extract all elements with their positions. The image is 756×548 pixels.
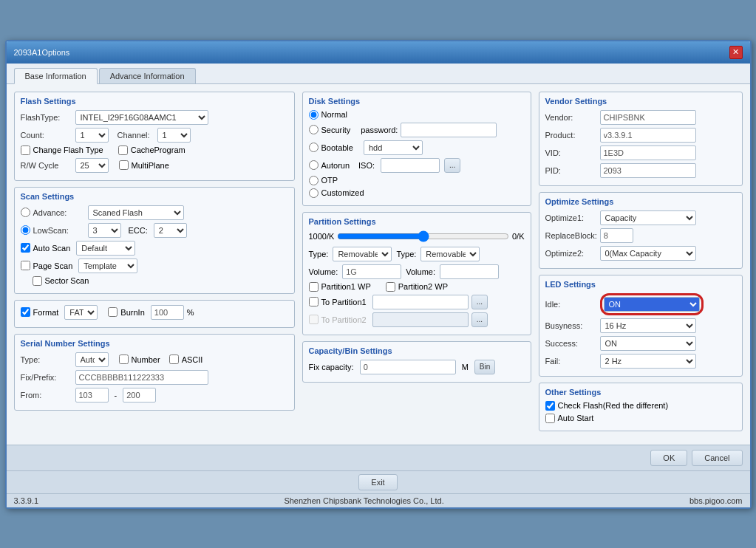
partition2-browse-button[interactable]: ... (471, 312, 488, 327)
type1-select[interactable]: Removable (333, 247, 392, 261)
volume1-input[interactable] (342, 264, 401, 279)
autorun-row: Autorun ISO: ... (309, 158, 525, 173)
ok-button[interactable]: OK (650, 450, 687, 466)
sector-scan-checkbox[interactable] (33, 276, 42, 286)
auto-start-row: Auto Start (545, 414, 736, 423)
type2-select[interactable]: Removable (420, 247, 480, 261)
iso-browse-button[interactable]: ... (444, 158, 460, 173)
partition2-wp-checkbox[interactable] (386, 282, 395, 292)
vendor-settings-title: Vendor Settings (545, 97, 736, 106)
volume2-label: Volume: (406, 267, 435, 276)
change-flash-row: Change Flash Type CacheProgram (21, 145, 288, 155)
iso-label: ISO: (358, 161, 375, 170)
pid-input[interactable] (600, 163, 696, 178)
partition-slider[interactable] (337, 230, 509, 242)
multiplane-checkbox[interactable] (119, 160, 129, 170)
hdd-select[interactable]: hdd (364, 140, 423, 155)
auto-scan-checkbox[interactable] (21, 243, 30, 253)
format-select[interactable]: FAT32 (64, 305, 98, 320)
type-label: Type: (21, 355, 72, 364)
pid-row: PID: (545, 163, 736, 178)
type-select[interactable]: Auto (75, 352, 109, 367)
flash-type-row: FlashType: INTEL_I29F16G08AAMC1 (21, 110, 288, 125)
success-row: Success: ON (545, 336, 736, 351)
optimize2-select[interactable]: 0(Max Capacity (600, 246, 696, 261)
change-flash-checkbox[interactable] (21, 145, 30, 155)
format-label: Format (33, 308, 59, 317)
cache-program-checkbox[interactable] (118, 145, 128, 155)
auto-start-label: Auto Start (558, 414, 594, 422)
cancel-button[interactable]: Cancel (692, 450, 742, 466)
product-input[interactable] (600, 128, 696, 143)
customized-radio[interactable] (309, 188, 319, 198)
security-label: Security (321, 126, 351, 134)
replace-block-input[interactable] (600, 228, 633, 243)
success-label: Success: (545, 339, 597, 348)
main-window: 2093A1Options ✕ Base Information Advance… (5, 40, 752, 509)
lowscan-select[interactable]: 3 (88, 223, 121, 238)
tab-advance-information[interactable]: Advance Information (99, 68, 196, 83)
fix-capacity-input[interactable] (360, 360, 456, 374)
advance-select[interactable]: Scaned Flash (88, 205, 184, 220)
auto-scan-select[interactable]: Default (76, 241, 135, 256)
optimize1-label: Optimize1: (545, 213, 597, 222)
format-checkbox[interactable] (21, 307, 30, 317)
otp-radio[interactable] (309, 176, 319, 185)
fix-prefix-input[interactable] (75, 370, 208, 385)
idle-select[interactable]: ON OFF (604, 297, 700, 312)
advance-radio[interactable] (21, 208, 30, 217)
vid-input[interactable] (600, 145, 696, 160)
lowscan-radio[interactable] (21, 225, 30, 235)
partition1-wp-checkbox[interactable] (309, 282, 319, 292)
from-input[interactable] (75, 388, 109, 403)
partition2-path-input[interactable] (372, 312, 469, 327)
disk-settings-title: Disk Settings (309, 97, 525, 106)
normal-radio[interactable] (309, 110, 319, 120)
security-radio[interactable] (309, 125, 319, 134)
scan-settings-section: Scan Settings Advance: Scaned Flash LowS… (14, 187, 295, 294)
page-scan-select[interactable]: Template (78, 258, 137, 273)
count-select[interactable]: 1 (75, 128, 109, 143)
burnin-input[interactable] (151, 305, 184, 320)
success-select[interactable]: ON (600, 336, 696, 351)
number-checkbox[interactable] (119, 355, 129, 364)
optimize1-select[interactable]: Capacity (600, 210, 696, 225)
optimize1-row: Optimize1: Capacity (545, 210, 736, 225)
bin-button[interactable]: Bin (474, 360, 495, 374)
normal-label: Normal (321, 110, 347, 119)
busyness-label: Busyness: (545, 321, 597, 330)
ecc-select[interactable]: 2 (154, 223, 187, 238)
vid-label: VID: (545, 148, 597, 157)
product-row: Product: (545, 128, 736, 143)
auto-start-checkbox[interactable] (545, 414, 555, 423)
fail-select[interactable]: 2 Hz (600, 354, 696, 369)
flash-type-label: FlashType: (21, 113, 72, 122)
to-partition2-checkbox[interactable] (309, 315, 319, 324)
busyness-select[interactable]: 16 Hz (600, 318, 696, 333)
fail-label: Fail: (545, 357, 597, 366)
to-partition1-checkbox[interactable] (309, 297, 319, 306)
tab-base-information[interactable]: Base Information (14, 68, 98, 84)
check-flash-checkbox[interactable] (545, 401, 555, 411)
partition1-browse-button[interactable]: ... (471, 295, 488, 309)
to-input[interactable] (123, 388, 156, 403)
vendor-label: Vendor: (545, 113, 597, 122)
vendor-input[interactable] (600, 110, 696, 125)
password-input[interactable] (401, 123, 497, 137)
volume2-input[interactable] (440, 264, 499, 279)
channel-select[interactable]: 1 (157, 128, 191, 143)
close-button[interactable]: ✕ (729, 46, 743, 59)
flash-type-select[interactable]: INTEL_I29F16G08AAMC1 (75, 110, 208, 125)
autorun-radio[interactable] (309, 160, 319, 170)
ascii-checkbox[interactable] (169, 355, 179, 364)
page-scan-checkbox[interactable] (21, 261, 30, 270)
partition1-path-input[interactable] (372, 295, 469, 309)
iso-input[interactable] (381, 158, 440, 173)
other-settings-title: Other Settings (545, 388, 736, 397)
exit-button[interactable]: Exit (358, 474, 397, 490)
to-partition1-row: To Partition1 ... (309, 295, 525, 309)
format-row: Format FAT32 BurnIn % (21, 305, 288, 320)
rw-cycle-select[interactable]: 25 (75, 158, 109, 173)
bootable-radio[interactable] (309, 143, 319, 152)
burnin-checkbox[interactable] (108, 307, 118, 317)
